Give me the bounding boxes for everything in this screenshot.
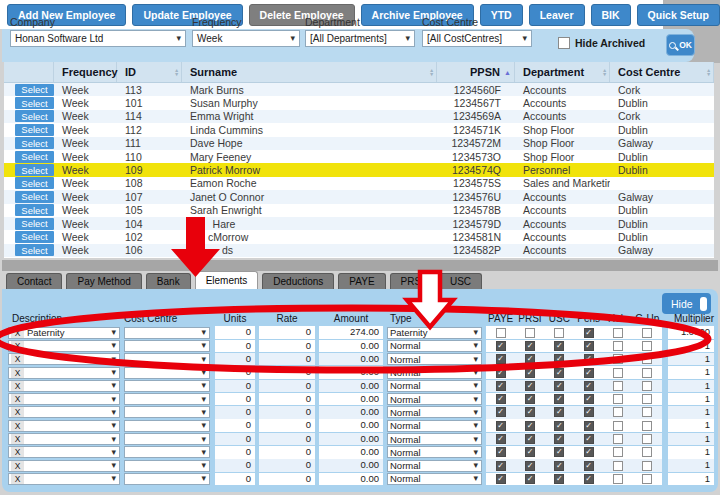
hide-archived-checkbox[interactable]	[558, 37, 570, 49]
type-select[interactable]: Normal ▾	[387, 380, 482, 392]
multiplier-field[interactable]: 1	[668, 340, 714, 353]
g-up-checkbox[interactable]	[642, 421, 652, 431]
multiplier-field[interactable]: 1	[668, 353, 714, 366]
usc-checkbox[interactable]: ✓	[554, 394, 564, 404]
paye-checkbox[interactable]: ✓	[496, 394, 506, 404]
multiplier-field[interactable]: 1	[668, 446, 714, 459]
prsi-checkbox[interactable]: ✓	[525, 394, 535, 404]
hide-button[interactable]: Hide	[662, 293, 711, 314]
paye-checkbox[interactable]: ✓	[496, 341, 506, 351]
description-select[interactable]: X ▾	[8, 446, 120, 458]
prsi-checkbox[interactable]: ✓	[525, 368, 535, 378]
usc-checkbox[interactable]: ✓	[554, 381, 564, 391]
select-button[interactable]: Select	[15, 97, 54, 109]
clear-x-button[interactable]: X	[11, 328, 24, 338]
tab-bank[interactable]: Bank	[146, 273, 191, 289]
type-select[interactable]: Normal ▾	[387, 433, 482, 445]
header-ppsn[interactable]: PPSN▲	[437, 62, 515, 82]
units-field[interactable]: 0	[215, 366, 255, 379]
header-department[interactable]: Department▴▾	[515, 62, 610, 82]
sort-icon[interactable]: ▴▾	[603, 68, 606, 76]
amount-field[interactable]: 0.00	[319, 419, 383, 432]
g-up-checkbox[interactable]	[642, 447, 652, 457]
paye-checkbox[interactable]: ✓	[496, 461, 506, 471]
clear-x-button[interactable]: X	[11, 368, 24, 378]
prsi-checkbox[interactable]: ✓	[525, 461, 535, 471]
amount-field[interactable]: 0.00	[319, 393, 383, 406]
description-select[interactable]: X ▾	[8, 473, 120, 485]
company-select[interactable]: Honan Software Ltd ▾	[10, 30, 186, 47]
cost-centre-select[interactable]: ▾	[124, 380, 210, 392]
type-select[interactable]: Normal ▾	[387, 446, 482, 458]
g-up-checkbox[interactable]	[642, 341, 652, 351]
usc-checkbox[interactable]: ✓	[554, 407, 564, 417]
g-up-checkbox[interactable]	[642, 461, 652, 471]
amount-field[interactable]: 0.00	[319, 446, 383, 459]
prsi-checkbox[interactable]: ✓	[525, 341, 535, 351]
rate-field[interactable]: 0	[259, 473, 315, 486]
description-select[interactable]: X ▾	[8, 406, 120, 418]
description-select[interactable]: X ▾	[8, 393, 120, 405]
rate-field[interactable]: 0	[259, 406, 315, 419]
cost-centre-select[interactable]: ▾	[124, 353, 210, 365]
type-select[interactable]: Normal ▾	[387, 353, 482, 365]
rate-field[interactable]: 0	[259, 326, 315, 339]
multiplier-field[interactable]: 1	[668, 419, 714, 432]
clear-x-button[interactable]: X	[11, 474, 24, 484]
type-select[interactable]: Normal ▾	[387, 460, 482, 472]
hols-checkbox[interactable]	[613, 381, 623, 391]
units-field[interactable]: 0	[215, 340, 255, 353]
multiplier-field[interactable]: 1.0000	[668, 326, 714, 339]
sort-ascending-icon[interactable]: ▲	[504, 69, 511, 76]
paye-checkbox[interactable]	[496, 328, 506, 338]
amount-field[interactable]: 0.00	[319, 340, 383, 353]
cost-centre-select[interactable]: [All CostCentres] ▾	[422, 30, 532, 47]
clear-x-button[interactable]: X	[11, 354, 24, 364]
rate-field[interactable]: 0	[259, 433, 315, 446]
clear-x-button[interactable]: X	[11, 394, 24, 404]
cost-centre-select[interactable]: ▾	[124, 473, 210, 485]
toolbar-button[interactable]: Leaver	[529, 4, 585, 26]
amount-field[interactable]: 0.00	[319, 353, 383, 366]
usc-checkbox[interactable]	[554, 328, 564, 338]
units-field[interactable]: 0	[215, 473, 255, 486]
prsi-checkbox[interactable]: ✓	[525, 381, 535, 391]
tab-deductions[interactable]: Deductions	[262, 273, 334, 289]
clear-x-button[interactable]: X	[11, 341, 24, 351]
search-ok-button[interactable]: OK	[666, 34, 695, 56]
rate-field[interactable]: 0	[259, 353, 315, 366]
g-up-checkbox[interactable]	[642, 474, 652, 484]
hols-checkbox[interactable]	[613, 474, 623, 484]
multiplier-field[interactable]: 1	[668, 459, 714, 472]
pens-checkbox[interactable]: ✓	[584, 368, 594, 378]
select-button[interactable]: Select	[15, 191, 54, 203]
rate-field[interactable]: 0	[259, 380, 315, 393]
paye-checkbox[interactable]: ✓	[496, 447, 506, 457]
rate-field[interactable]: 0	[259, 393, 315, 406]
cost-centre-select[interactable]: ▾	[124, 433, 210, 445]
g-up-checkbox[interactable]	[642, 381, 652, 391]
usc-checkbox[interactable]: ✓	[554, 434, 564, 444]
amount-field[interactable]: 274.00	[319, 326, 383, 339]
description-select[interactable]: X ▾	[8, 380, 120, 392]
amount-field[interactable]: 0.00	[319, 380, 383, 393]
units-field[interactable]: 0	[215, 419, 255, 432]
multiplier-field[interactable]: 1	[668, 433, 714, 446]
toolbar-button[interactable]: Quick Setup	[637, 4, 720, 26]
multiplier-field[interactable]: 1	[668, 406, 714, 419]
select-button[interactable]: Select	[15, 204, 54, 216]
tab-pay-method[interactable]: Pay Method	[66, 273, 141, 289]
units-field[interactable]: 0	[215, 393, 255, 406]
description-select[interactable]: X ▾	[8, 367, 120, 379]
rate-field[interactable]: 0	[259, 340, 315, 353]
prsi-checkbox[interactable]: ✓	[525, 407, 535, 417]
usc-checkbox[interactable]: ✓	[554, 354, 564, 364]
multiplier-field[interactable]: 1	[668, 393, 714, 406]
type-select[interactable]: Normal ▾	[387, 420, 482, 432]
pens-checkbox[interactable]: ✓	[584, 394, 594, 404]
select-button[interactable]: Select	[15, 151, 54, 163]
paye-checkbox[interactable]: ✓	[496, 407, 506, 417]
cost-centre-select[interactable]: ▾	[124, 327, 210, 339]
select-button[interactable]: Select	[15, 124, 54, 136]
tab-elements[interactable]: Elements	[195, 271, 259, 289]
